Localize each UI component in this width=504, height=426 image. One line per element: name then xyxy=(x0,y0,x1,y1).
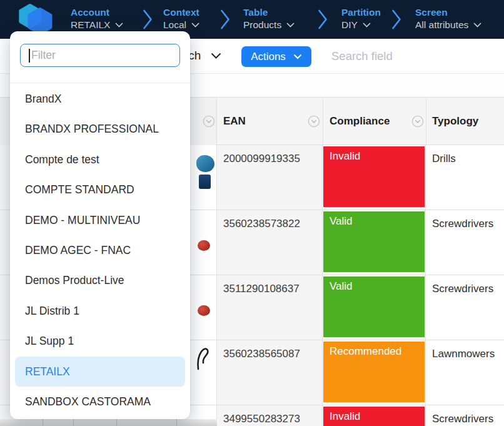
dropdown-item-retailx-selected[interactable]: RETAILX xyxy=(15,357,185,387)
nav-table-value: Products xyxy=(243,18,281,31)
nav-context-selector[interactable]: Context Local xyxy=(163,6,199,31)
column-header-typology: Typology xyxy=(432,98,478,145)
chevron-down-icon xyxy=(211,53,221,59)
nav-partition-value: DIY xyxy=(341,18,358,31)
ean-cell: 3511290108637 xyxy=(217,275,323,340)
search-field-input[interactable] xyxy=(331,45,488,68)
dropdown-item-demo-multiniveau[interactable]: DEMO - MULTINIVEAU xyxy=(15,205,185,235)
column-menu-chevron-icon[interactable] xyxy=(308,115,320,130)
nav-table-selector[interactable]: Table Products xyxy=(243,6,295,31)
nav-partition-selector[interactable]: Partition DIY xyxy=(341,6,381,31)
nav-account-value: RETAILX xyxy=(71,18,110,31)
nav-screen-label: Screen xyxy=(415,6,481,18)
compliance-cell: Invalid xyxy=(323,405,426,426)
column-header-ean: EAN xyxy=(223,98,246,145)
nav-screen-value: All attributes xyxy=(415,18,468,31)
typology-cell: Lawnmowers xyxy=(426,340,504,405)
chevron-right-separator-icon xyxy=(220,8,230,33)
chevron-down-icon xyxy=(293,54,302,59)
dropdown-item-demo-agec-fnac[interactable]: DEMO AGEC - FNAC xyxy=(15,235,185,265)
compliance-status-badge: Recommended xyxy=(323,342,425,402)
account-dropdown-panel: BrandX BRANDX PROFESSIONAL Compte de tes… xyxy=(10,31,190,419)
typology-cell: Screwdrivers xyxy=(426,405,504,426)
nav-screen-selector[interactable]: Screen All attributes xyxy=(415,6,481,31)
dropdown-item-compte-standard[interactable]: COMPTE STANDARD xyxy=(15,175,185,205)
product-thumbnail xyxy=(196,155,214,172)
typology-cell: Screwdrivers xyxy=(426,210,504,275)
compliance-cell: Valid xyxy=(323,210,426,275)
chevron-down-icon xyxy=(473,23,481,28)
ean-cell: 3499550283273 xyxy=(217,405,323,426)
nav-account-label: Account xyxy=(71,6,123,18)
chevron-down-icon xyxy=(286,23,295,28)
chevron-right-separator-icon xyxy=(143,8,153,33)
chevron-right-separator-icon xyxy=(391,8,401,33)
chevron-right-separator-icon xyxy=(318,8,328,33)
nav-partition-label: Partition xyxy=(341,6,381,18)
dropdown-item-compte-de-test[interactable]: Compte de test xyxy=(15,145,185,175)
ean-cell: 3560238573822 xyxy=(217,210,323,275)
horizontal-scrollbar[interactable] xyxy=(0,419,217,426)
product-thumbnail xyxy=(198,305,210,316)
product-thumbnail xyxy=(194,342,210,372)
nav-context-label: Context xyxy=(163,6,199,18)
compliance-cell: Recommended xyxy=(323,340,426,405)
compliance-status-badge: Valid xyxy=(323,211,425,272)
chevron-down-icon xyxy=(191,23,199,28)
dropdown-item-jl-distrib-1[interactable]: JL Distrib 1 xyxy=(15,296,185,326)
nav-table-label: Table xyxy=(243,6,295,18)
dropdown-item-demos-product-live[interactable]: Demos Product-Live xyxy=(15,265,185,295)
dropdown-item-jl-supp-1[interactable]: JL Supp 1 xyxy=(15,326,185,356)
compliance-status-badge: Invalid xyxy=(323,146,425,207)
nav-account-selector[interactable]: Account RETAILX xyxy=(71,6,123,31)
compliance-cell: Valid xyxy=(323,275,426,340)
dropdown-item-brandx[interactable]: BrandX xyxy=(15,84,185,114)
compliance-cell: Invalid xyxy=(323,145,426,210)
column-menu-chevron-icon[interactable] xyxy=(203,115,215,130)
chevron-down-icon xyxy=(363,23,371,28)
compliance-status-badge: Invalid xyxy=(323,407,425,426)
actions-button-label: Actions xyxy=(251,51,286,63)
dropdown-divider xyxy=(10,83,190,83)
nav-context-value: Local xyxy=(163,18,186,31)
product-thumbnail xyxy=(198,240,210,251)
actions-button[interactable]: Actions xyxy=(241,46,311,67)
dropdown-item-sandbox-castorama[interactable]: SANDBOX CASTORAMA xyxy=(15,387,185,417)
text-caret xyxy=(29,49,30,63)
filter-input[interactable] xyxy=(21,44,179,66)
product-thumbnail xyxy=(199,175,211,189)
ean-cell: 3560238565087 xyxy=(217,340,323,405)
ean-cell: 2000099919335 xyxy=(217,145,323,210)
typology-cell: Drills xyxy=(426,145,504,210)
compliance-status-badge: Valid xyxy=(323,276,425,337)
app-window: Account RETAILX Context Local Table Prod… xyxy=(0,0,504,426)
dropdown-item-brandx-professional[interactable]: BRANDX PROFESSIONAL xyxy=(15,114,185,144)
typology-cell: Screwdrivers xyxy=(426,275,504,340)
column-header-compliance: Compliance xyxy=(330,98,390,145)
column-menu-chevron-icon[interactable] xyxy=(411,115,424,130)
chevron-down-icon xyxy=(115,23,123,28)
filter-input-wrap xyxy=(20,44,180,67)
